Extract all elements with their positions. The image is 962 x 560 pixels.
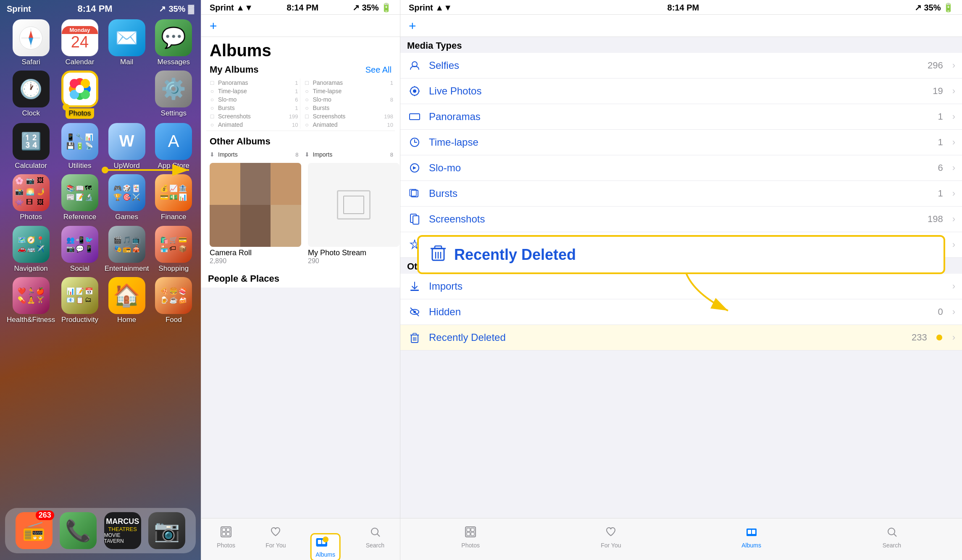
svg-text:A: A xyxy=(168,132,179,150)
plus-button-mid[interactable]: + xyxy=(210,19,217,33)
folder-navigation[interactable]: 🗺️🧭📍 🚗🚌✈️ Navigation xyxy=(7,226,55,273)
finance-folder-icon: 💰📈🏦 💳💵📊 xyxy=(155,174,192,211)
albums-right-content[interactable]: + Media Types Selfies 296 › Live Photos xyxy=(400,15,962,533)
tab-search-mid[interactable]: Search xyxy=(350,526,400,549)
settings-icon: ⚙️ xyxy=(155,71,192,107)
selfies-name: Selfies xyxy=(429,60,921,71)
social-folder-icon: 👥📲🐦 📷💬📱 xyxy=(61,226,98,263)
folder-finance[interactable]: 💰📈🏦 💳💵📊 Finance xyxy=(153,174,194,221)
svg-rect-63 xyxy=(471,528,474,531)
folder-productivity[interactable]: 📊📝📅 📧📋🗂 Productivity xyxy=(59,277,100,324)
photo-stream-name: My Photo Stream xyxy=(308,247,400,257)
app-calculator[interactable]: 🔢 Calculator xyxy=(7,123,55,170)
photo-stream-album[interactable]: My Photo Stream 290 xyxy=(308,163,400,265)
folder-shopping[interactable]: 🛍️🛒💳 🏪🏷📦 Shopping xyxy=(153,226,194,273)
messages-label: Messages xyxy=(158,58,190,66)
folder-utilities[interactable]: 📱🔧📊 💾🔋📡 Utilities xyxy=(59,123,100,170)
animated-icon xyxy=(407,237,422,252)
dock-theatre[interactable]: MARCUS THEATRES MOVIE TAVERN xyxy=(104,512,141,549)
list-item-bursts[interactable]: Bursts 1 › xyxy=(400,181,962,207)
screenshots-icon xyxy=(407,212,422,227)
bursts-count: 1 xyxy=(938,188,943,199)
camera-roll-count: 2,890 xyxy=(210,257,301,265)
imports-name: Imports xyxy=(429,280,936,292)
app-messages[interactable]: 💬 Messages xyxy=(153,19,194,66)
photo-stream-count: 290 xyxy=(308,257,400,265)
tab-albums-right[interactable]: Albums xyxy=(681,526,822,549)
photos-label: Photos xyxy=(69,109,91,117)
list-item-timelapse[interactable]: Time-lapse 1 › xyxy=(400,130,962,155)
list-item-animated[interactable]: Animated 10 › xyxy=(400,232,962,258)
svg-rect-67 xyxy=(748,530,751,534)
media-types-list: Selfies 296 › Live Photos 19 › Panoramas… xyxy=(400,53,962,258)
home-screen-panel: Sprint 8:14 PM ↗ 35% ▓ Safari Monday 24 … xyxy=(0,0,201,560)
list-item-selfies[interactable]: Selfies 296 › xyxy=(400,53,962,79)
app-calendar[interactable]: Monday 24 Calendar xyxy=(59,19,100,66)
status-bar-home: Sprint 8:14 PM ↗ 35% ▓ xyxy=(0,0,201,16)
shopping-folder-icon: 🛍️🛒💳 🏪🏷📦 xyxy=(155,226,192,263)
list-item-screenshots[interactable]: Screenshots 198 › xyxy=(400,207,962,232)
folder-healthfitness[interactable]: ❤️🏃🍎 💊🧘🏋️ Health&Fitness xyxy=(7,277,55,324)
utilities-label: Utilities xyxy=(68,162,92,170)
albums-mid-content[interactable]: + Albums My Albums See All □ Panoramas 1 xyxy=(201,15,400,533)
app-mail[interactable]: ✉️ Mail xyxy=(105,19,149,66)
albums-right-panel: Sprint ▲▼ 8:14 PM ↗ 35% 🔋 + Media Types … xyxy=(400,0,962,560)
dock-phone[interactable]: 📞 xyxy=(60,512,97,549)
photos-highlighted-icon xyxy=(61,71,98,107)
folder-reference[interactable]: 📚📖🗺 📰📝🔬 Reference xyxy=(59,174,100,221)
app-upword[interactable]: W UpWord xyxy=(105,123,149,170)
list-item-hidden[interactable]: Hidden 0 › xyxy=(400,299,962,325)
tab-foryou-mid[interactable]: For You xyxy=(251,526,300,549)
camera-icon: 📷 xyxy=(148,512,185,549)
tab-photos-right[interactable]: Photos xyxy=(400,526,541,549)
app-clock[interactable]: 🕐 Clock xyxy=(7,71,55,118)
battery-home: ↗ 35% ▓ xyxy=(159,4,194,14)
dock-camera[interactable]: 📷 xyxy=(148,512,185,549)
list-item-recently-deleted[interactable]: Recently Deleted 233 › xyxy=(400,325,962,351)
people-places-title: People & Places xyxy=(208,273,279,284)
reference-folder-label: Reference xyxy=(63,213,96,221)
list-item-livephotos[interactable]: Live Photos 19 › xyxy=(400,79,962,104)
imports-icon xyxy=(407,279,422,294)
list-item-slomo[interactable]: Slo-mo 6 › xyxy=(400,155,962,181)
list-item-imports[interactable]: Imports › xyxy=(400,274,962,299)
svg-rect-21 xyxy=(226,528,230,531)
social-folder-label: Social xyxy=(70,264,89,273)
folder-games[interactable]: 🎮🎲🃏 🏆🎯⚔️ Games xyxy=(105,174,149,221)
safari-label: Safari xyxy=(21,58,40,66)
folder-food[interactable]: 🍕🍔🍣 🍺☕🍰 Food xyxy=(153,277,194,324)
bursts-chevron: › xyxy=(952,188,955,199)
folder-photos[interactable]: 🌸📷🖼 📸🌅🤳 👾🎞🖼 Photos xyxy=(7,174,55,221)
livephotos-chevron: › xyxy=(952,86,955,97)
app-grid: Safari Monday 24 Calendar ✉️ Mail 💬 Mess… xyxy=(0,16,201,327)
timelapse-chevron: › xyxy=(952,137,955,148)
tab-albums-label-right: Albums xyxy=(741,542,761,549)
app-home[interactable]: 🏠 Home xyxy=(105,277,149,324)
tab-search-right[interactable]: Search xyxy=(822,526,962,549)
dock-radio[interactable]: 📻 263 xyxy=(16,512,53,549)
folder-entertainment[interactable]: 🎬🎵📺 🎭📻🎪 Entertainment xyxy=(105,226,149,273)
tab-foryou-right[interactable]: For You xyxy=(541,526,681,549)
slomo-name: Slo-mo xyxy=(429,162,931,174)
app-empty xyxy=(105,71,149,118)
tab-photos-mid[interactable]: Photos xyxy=(201,526,251,549)
plus-button-right[interactable]: + xyxy=(409,19,416,33)
folder-social[interactable]: 👥📲🐦 📷💬📱 Social xyxy=(59,226,100,273)
carrier-right: Sprint ▲▼ xyxy=(409,3,452,13)
see-all-mid[interactable]: See All xyxy=(365,65,392,75)
settings-label: Settings xyxy=(161,109,187,118)
app-settings[interactable]: ⚙️ Settings xyxy=(153,71,194,118)
navigation-folder-label: Navigation xyxy=(14,264,47,273)
timelapse-icon xyxy=(407,135,422,150)
food-folder-label: Food xyxy=(166,316,182,324)
list-item-panoramas[interactable]: Panoramas 1 › xyxy=(400,104,962,130)
app-photos-highlighted[interactable]: Photos xyxy=(59,71,100,118)
app-safari[interactable]: Safari xyxy=(7,19,55,66)
albums-mid-header: + xyxy=(201,15,400,37)
calculator-label: Calculator xyxy=(15,162,47,170)
camera-roll-album[interactable]: Camera Roll 2,890 xyxy=(210,163,301,265)
svg-rect-44 xyxy=(410,290,419,291)
app-appstore[interactable]: A App Store xyxy=(153,123,194,170)
other-albums-section-right: Other Albums xyxy=(400,258,962,274)
tab-photos-icon-mid xyxy=(220,526,232,541)
